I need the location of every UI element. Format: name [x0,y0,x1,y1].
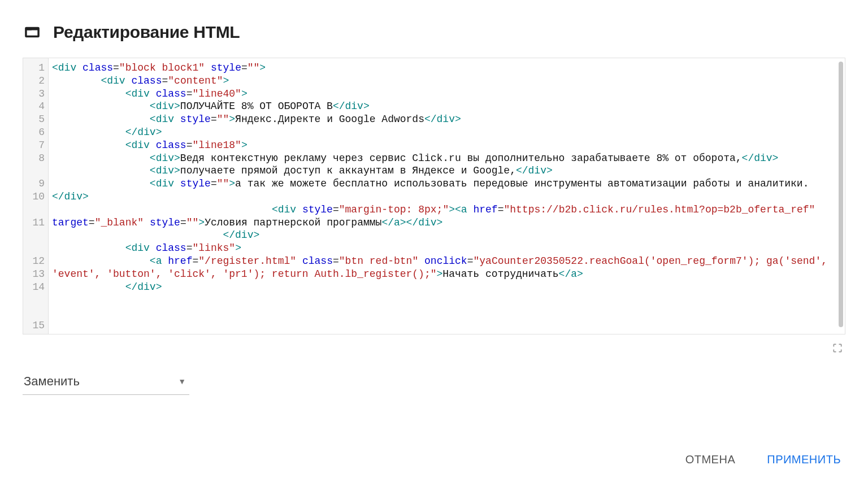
dialog-title: Редактирование HTML [53,23,240,42]
mode-dropdown[interactable]: Заменить ▼ [23,371,189,395]
fullscreen-icon[interactable] [832,342,843,354]
web-page-icon [23,24,42,40]
code-area[interactable]: <div class="block block1" style=""> <div… [49,58,845,334]
dialog-header: Редактирование HTML [23,23,845,42]
editor-toolbar [23,334,845,371]
svg-rect-1 [27,29,32,30]
scrollbar-thumb[interactable] [839,62,843,327]
code-editor[interactable]: 123456789101112131415 <div class="block … [23,58,845,334]
line-number-gutter: 123456789101112131415 [23,58,49,334]
editor-scrollbar[interactable] [839,62,843,331]
chevron-down-icon: ▼ [178,377,186,386]
dropdown-selected-label: Заменить [24,374,80,389]
